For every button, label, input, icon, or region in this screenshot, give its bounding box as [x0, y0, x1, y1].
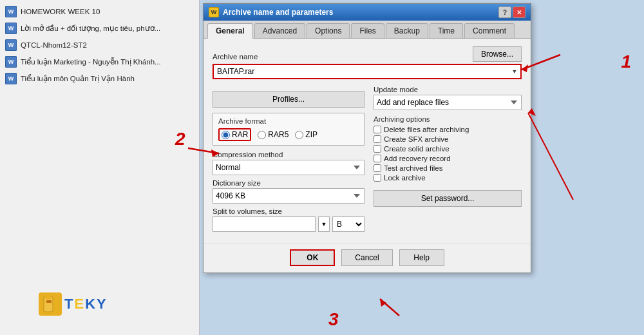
checkbox-solid-label: Create solid archive [384, 145, 450, 153]
format-zip-radio[interactable] [295, 131, 303, 139]
tab-options[interactable]: Options [307, 23, 350, 38]
dictionary-select-wrapper: 4096 KB [213, 188, 365, 204]
dictionary-row: Dictionary size 4096 KB [213, 179, 365, 204]
format-rar5[interactable]: RAR5 [258, 130, 289, 139]
split-label: Split to volumes, size [213, 207, 365, 215]
cancel-button[interactable]: Cancel [341, 249, 392, 266]
right-column: Update mode Add and replace files Archiv… [374, 86, 522, 236]
archive-name-header: Archive name Browse... [213, 46, 522, 62]
checkbox-sfx-input[interactable] [374, 135, 381, 143]
update-mode-select-wrapper: Add and replace files [374, 95, 522, 110]
archive-name-dropdown[interactable]: ▼ [509, 64, 522, 79]
tab-files[interactable]: Files [351, 23, 384, 38]
left-column: Profiles... Archive format RAR RAR5 [213, 86, 365, 236]
file-item-3[interactable]: W QTCL-Nhom12-ST2 [0, 37, 199, 53]
archive-name-area: Archive name Browse... ▼ [213, 46, 522, 79]
dialog-body: Archive name Browse... ▼ Profiles... Arc… [204, 39, 531, 244]
archive-format-box: Archive format RAR RAR5 ZIP [213, 113, 365, 146]
tab-general[interactable]: General [207, 23, 253, 39]
compression-select-wrapper: Normal [213, 160, 365, 175]
update-mode-row: Update mode Add and replace files [374, 86, 522, 110]
compression-select[interactable]: Normal [213, 160, 365, 175]
format-rar[interactable]: RAR [218, 128, 251, 141]
annotation-1: 1 [621, 52, 631, 72]
dialog-footer: OK Cancel Help [204, 244, 531, 273]
checkbox-recovery-input[interactable] [374, 155, 381, 162]
titlebar-controls: ? ✕ [498, 6, 526, 18]
file-label-2: Lời mở đầu + đối tượng, mục tiêu, phươ..… [21, 24, 160, 33]
svg-marker-8 [380, 299, 386, 307]
file-item-4[interactable]: W Tiểu luận Marketing - Nguyễn Thị Khánh… [0, 53, 199, 70]
compression-row: Compression method Normal [213, 151, 365, 175]
file-label-4: Tiểu luận Marketing - Nguyễn Thị Khánh..… [21, 57, 161, 66]
checkbox-delete-label: Delete files after archiving [384, 126, 469, 133]
titlebar-icon: W [209, 7, 219, 17]
split-row: Split to volumes, size ▼ B KB MB [213, 207, 365, 232]
file-item-2[interactable]: W Lời mở đầu + đối tượng, mục tiêu, phươ… [0, 20, 199, 37]
svg-rect-1 [46, 300, 52, 303]
tab-comment[interactable]: Comment [464, 23, 515, 38]
tab-time[interactable]: Time [430, 23, 463, 38]
file-item-1[interactable]: W HOMEWORK WEEK 10 [0, 3, 199, 20]
dictionary-label: Dictionary size [213, 179, 365, 187]
ok-button[interactable]: OK [290, 249, 335, 266]
checkbox-recovery[interactable]: Add recovery record [374, 155, 522, 162]
compression-label: Compression method [213, 151, 365, 158]
checkbox-delete-input[interactable] [374, 126, 381, 133]
browse-button[interactable]: Browse... [473, 46, 522, 62]
checkbox-sfx-label: Create SFX archive [384, 135, 448, 143]
help-icon-btn[interactable]: ? [498, 6, 511, 18]
set-password-button[interactable]: Set password... [374, 190, 522, 207]
close-btn[interactable]: ✕ [513, 6, 526, 18]
format-rar-label: RAR [232, 130, 248, 139]
teky-logo-text: TEKY [64, 296, 108, 312]
file-icon-1: W [5, 6, 17, 17]
svg-line-9 [528, 113, 573, 200]
split-input[interactable] [213, 216, 316, 232]
file-icon-5: W [5, 73, 17, 84]
archiving-options-label: Archiving options [374, 115, 522, 123]
file-label-3: QTCL-Nhom12-ST2 [21, 41, 87, 49]
format-radio-group: RAR RAR5 ZIP [218, 128, 359, 141]
svg-rect-2 [45, 295, 52, 299]
format-rar5-radio[interactable] [258, 131, 266, 139]
archive-name-input[interactable] [213, 64, 509, 79]
format-zip-label: ZIP [305, 130, 317, 139]
checkbox-lock-label: Lock archive [384, 174, 426, 182]
archive-dialog: W Archive name and parameters ? ✕ Genera… [203, 3, 531, 273]
dialog-tabs: General Advanced Options Files Backup Ti… [204, 21, 531, 39]
profiles-button[interactable]: Profiles... [213, 91, 365, 108]
archive-name-label: Archive name [213, 53, 258, 61]
checkbox-solid[interactable]: Create solid archive [374, 145, 522, 153]
format-rar5-label: RAR5 [268, 130, 289, 139]
split-controls: ▼ B KB MB [213, 216, 365, 232]
checkbox-sfx[interactable]: Create SFX archive [374, 135, 522, 143]
dictionary-select[interactable]: 4096 KB [213, 188, 365, 204]
file-label-1: HOMEWORK WEEK 10 [21, 8, 100, 15]
file-label-5: Tiểu luận môn Quản Trị Vận Hành [21, 74, 135, 83]
checkbox-test-input[interactable] [374, 164, 381, 172]
checkbox-solid-input[interactable] [374, 145, 381, 153]
file-item-5[interactable]: W Tiểu luận môn Quản Trị Vận Hành [0, 70, 199, 87]
update-mode-label: Update mode [374, 86, 522, 93]
format-rar-radio[interactable] [222, 131, 230, 139]
checkbox-recovery-label: Add recovery record [384, 155, 451, 162]
tab-advanced[interactable]: Advanced [254, 23, 305, 38]
archive-format-label: Archive format [218, 117, 359, 125]
tab-backup[interactable]: Backup [386, 23, 428, 38]
file-icon-2: W [5, 23, 17, 34]
checkbox-lock-input[interactable] [374, 174, 381, 182]
file-icon-3: W [5, 39, 17, 51]
help-button[interactable]: Help [399, 249, 444, 266]
split-dropdown-arrow[interactable]: ▼ [318, 216, 330, 232]
left-panel: W HOMEWORK WEEK 10 W Lời mở đầu + đối tư… [0, 0, 200, 335]
checkbox-test[interactable]: Test archived files [374, 164, 522, 172]
update-mode-select[interactable]: Add and replace files [374, 95, 522, 110]
teky-logo: TEKY [39, 292, 108, 316]
split-unit-select[interactable]: B KB MB [332, 216, 365, 232]
checkbox-lock[interactable]: Lock archive [374, 174, 522, 182]
annotation-2: 2 [175, 129, 185, 149]
format-zip[interactable]: ZIP [295, 130, 317, 139]
archiving-options: Archiving options Delete files after arc… [374, 115, 522, 182]
checkbox-delete[interactable]: Delete files after archiving [374, 126, 522, 133]
